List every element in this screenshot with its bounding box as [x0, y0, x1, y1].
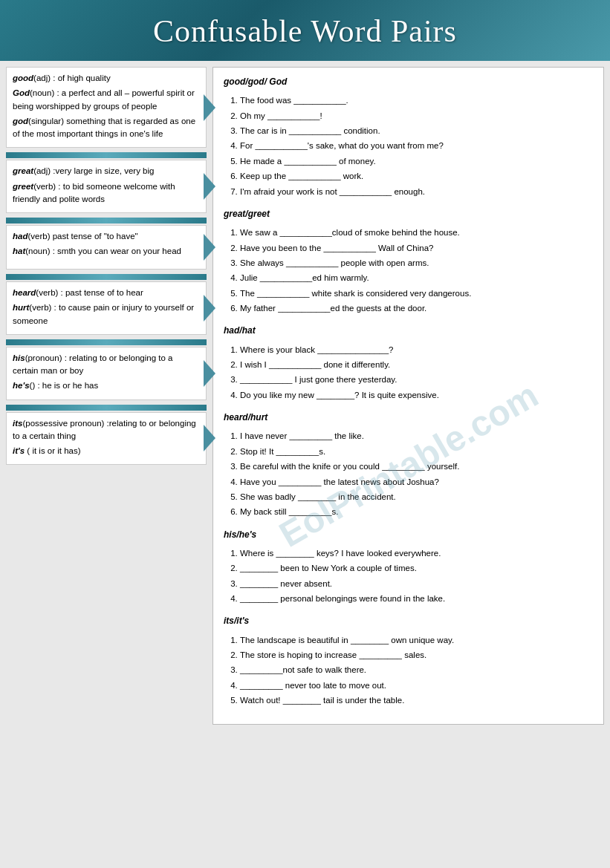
- exercise-list-4: Where is ________ keys? I have looked ev…: [224, 546, 593, 606]
- list-item: The ___________ white shark is considere…: [240, 287, 593, 300]
- list-item: She always ___________ people with open …: [240, 256, 593, 270]
- definition-entry: great(adj) :very large in size, very big: [13, 165, 200, 177]
- content-area: good(adj) : of high qualityGod(noun) : a…: [0, 61, 610, 868]
- exercise-list-5: The landscape is beautiful in ________ o…: [224, 633, 593, 708]
- divider-stripe: [6, 274, 207, 280]
- divider-stripe: [6, 152, 207, 158]
- list-item: I wish I ___________ done it differently…: [240, 358, 593, 371]
- section-title-3: heard/hurt: [224, 411, 593, 425]
- left-column: good(adj) : of high qualityGod(noun) : a…: [6, 67, 207, 862]
- definition-group-heard-hurt: heard(verb) : past tense of to hearhurt(…: [6, 281, 207, 335]
- definition-entry: greet(verb) : to bid someone welcome wit…: [13, 180, 200, 206]
- exercise-section-0: good/god/ GodThe food was ___________.Oh…: [224, 75, 593, 198]
- definition-group-its-its2: its(possessive pronoun) :relating to or …: [6, 412, 207, 466]
- list-item: ________ been to New York a couple of ti…: [240, 561, 593, 575]
- list-item: Have you been to the ___________ Wall of…: [240, 241, 593, 255]
- arrow-icon: [204, 295, 215, 322]
- arrow-icon: [204, 425, 215, 451]
- section-title-1: great/greet: [224, 207, 593, 221]
- list-item: ________ personal belongings were found …: [240, 592, 593, 605]
- page: Confusable Word Pairs good(adj) : of hig…: [0, 0, 610, 868]
- definition-box-heard-hurt: heard(verb) : past tense of to hearhurt(…: [6, 281, 207, 335]
- list-item: My back still _________s.: [240, 505, 593, 518]
- definition-box-had-hat: had(verb) past tense of "to have"hat(nou…: [6, 225, 207, 270]
- definition-entry: hat(noun) : smth you can wear on your he…: [13, 245, 200, 258]
- list-item: Stop it! It _________s.: [240, 445, 593, 458]
- list-item: Where is ________ keys? I have looked ev…: [240, 546, 593, 560]
- exercise-list-3: I have never _________ the like.Stop it!…: [224, 429, 593, 518]
- definition-box-his-hes: his(pronoun) : relating to or belonging …: [6, 347, 207, 400]
- list-item: I'm afraid your work is not ___________ …: [240, 185, 593, 198]
- list-item: She was badly ________ in the accident.: [240, 490, 593, 503]
- exercise-section-1: great/greetWe saw a ___________cloud of …: [224, 207, 593, 316]
- arrow-icon: [204, 173, 215, 200]
- definition-entry: heard(verb) : past tense of to hear: [13, 287, 200, 299]
- list-item: _________ never too late to move out.: [240, 679, 593, 692]
- definition-group-great-greet: great(adj) :very large in size, very big…: [6, 160, 207, 213]
- list-item: For ___________'s sake, what do you want…: [240, 139, 593, 152]
- list-item: Do you like my new ________? It is quite…: [240, 388, 593, 402]
- exercise-section-2: had/hatWhere is your black _____________…: [224, 324, 593, 402]
- list-item: ___________ I just gone there yesterday.: [240, 373, 593, 386]
- list-item: Be careful with the knife or you could _…: [240, 460, 593, 473]
- definition-entry: God(noun) : a perfect and all – powerful…: [13, 87, 200, 113]
- list-item: Where is your black _______________?: [240, 343, 593, 356]
- definition-entry: hurt(verb) : to cause pain or injury to …: [13, 301, 200, 327]
- section-title-4: his/he's: [224, 528, 593, 542]
- definition-group-his-hes: his(pronoun) : relating to or belonging …: [6, 347, 207, 400]
- header: Confusable Word Pairs: [0, 0, 610, 61]
- list-item: We saw a ___________cloud of smoke behin…: [240, 226, 593, 239]
- definition-entry: he's() : he is or he has: [13, 379, 200, 392]
- list-item: The landscape is beautiful in ________ o…: [240, 633, 593, 647]
- list-item: The store is hoping to increase ________…: [240, 648, 593, 662]
- arrow-icon: [204, 234, 215, 261]
- definition-entry: his(pronoun) : relating to or belonging …: [13, 352, 200, 378]
- page-title: Confusable Word Pairs: [7, 13, 603, 49]
- exercise-list-2: Where is your black _______________?I wi…: [224, 343, 593, 402]
- definition-group-good-god: good(adj) : of high qualityGod(noun) : a…: [6, 67, 207, 148]
- list-item: The food was ___________.: [240, 94, 593, 107]
- definition-entry: its(possessive pronoun) :relating to or …: [13, 417, 200, 443]
- right-column: good/god/ GodThe food was ___________.Oh…: [212, 67, 604, 725]
- definition-box-great-greet: great(adj) :very large in size, very big…: [6, 160, 207, 213]
- list-item: Keep up the ___________ work.: [240, 169, 593, 183]
- list-item: I have never _________ the like.: [240, 429, 593, 443]
- list-item: Julie ___________ed him warmly.: [240, 271, 593, 284]
- divider-stripe: [6, 405, 207, 411]
- exercise-section-4: his/he'sWhere is ________ keys? I have l…: [224, 528, 593, 606]
- divider-stripe: [6, 339, 207, 345]
- list-item: ________ never absent.: [240, 577, 593, 590]
- arrow-icon: [204, 94, 215, 121]
- definition-entry: had(verb) past tense of "to have": [13, 230, 200, 243]
- exercise-list-0: The food was ___________.Oh my _________…: [224, 94, 593, 198]
- section-title-0: good/god/ God: [224, 75, 593, 89]
- exercise-list-1: We saw a ___________cloud of smoke behin…: [224, 226, 593, 315]
- list-item: _________not safe to walk there.: [240, 663, 593, 676]
- definition-box-good-god: good(adj) : of high qualityGod(noun) : a…: [6, 67, 207, 148]
- list-item: Have you _________ the latest news about…: [240, 475, 593, 489]
- list-item: Watch out! ________ tail is under the ta…: [240, 694, 593, 707]
- arrow-icon: [204, 360, 215, 387]
- exercise-section-5: its/it'sThe landscape is beautiful in __…: [224, 614, 593, 707]
- section-title-2: had/hat: [224, 324, 593, 338]
- definition-group-had-hat: had(verb) past tense of "to have"hat(nou…: [6, 225, 207, 270]
- list-item: My father ___________ed the guests at th…: [240, 301, 593, 315]
- exercise-section-3: heard/hurtI have never _________ the lik…: [224, 411, 593, 519]
- list-item: He made a ___________ of money.: [240, 154, 593, 168]
- list-item: The car is in ___________ condition.: [240, 124, 593, 137]
- definition-box-its-its2: its(possessive pronoun) :relating to or …: [6, 412, 207, 466]
- definition-entry: god(singular) something that is regarded…: [13, 115, 200, 141]
- definition-entry: good(adj) : of high quality: [13, 72, 200, 85]
- list-item: Oh my ___________!: [240, 109, 593, 123]
- definition-entry: it's ( it is or it has): [13, 445, 200, 457]
- section-title-5: its/it's: [224, 614, 593, 628]
- divider-stripe: [6, 218, 207, 223]
